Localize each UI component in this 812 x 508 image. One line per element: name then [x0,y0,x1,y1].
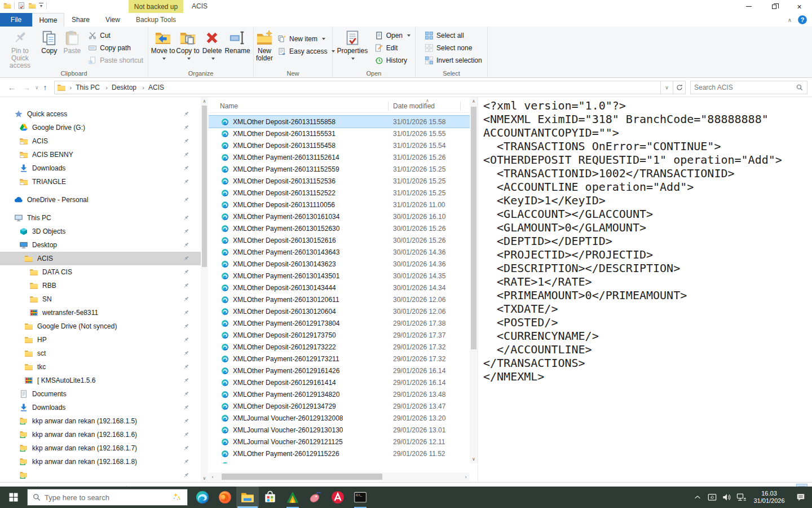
pin-to-quick-access-button[interactable]: Pin to Quick access [2,28,38,70]
taskbar-app[interactable] [304,487,326,508]
forward-button[interactable]: → [19,83,34,92]
sidebar-item[interactable]: Desktop [0,238,201,252]
file-row[interactable]: XMLOther Payment-260129134820 29/01/2026… [209,388,470,400]
copy-to-button[interactable]: Copy to [175,28,200,70]
taskbar-app[interactable] [349,487,372,508]
search-highlights-sparkles-icon[interactable] [171,492,183,503]
folder-icon[interactable] [3,2,11,10]
sidebar-item[interactable]: Quick access [0,107,201,121]
breadcrumb-segment[interactable]: This PC [76,84,100,91]
cut-button[interactable]: Cut [86,29,145,42]
scrollbar-thumb[interactable] [471,107,476,349]
sidebar-item[interactable]: Google Drive (G:) [0,121,201,134]
scroll-left-icon[interactable]: ‹ [209,472,217,481]
file-row[interactable]: XMLOther Deposit-260131110056 31/01/2026… [209,199,470,211]
up-button[interactable]: ↑ [40,83,51,92]
file-row[interactable]: XMLOther Payment-260130120611 30/01/2026… [209,294,470,305]
file-row[interactable]: XMLOther Deposit-260130152616 30/01/2026… [209,234,470,246]
taskbar-app[interactable] [259,487,281,508]
recent-locations-chevron-icon[interactable]: ∨ [34,85,40,90]
hidden-icons-chevron-icon[interactable] [690,487,705,508]
file-row[interactable]: XMLOther Payment-260129115226 29/01/2026… [209,448,470,459]
file-row[interactable]: XMLOther Deposit-260131155531 31/01/2026… [209,128,470,139]
file-row[interactable]: XMLOther Deposit-260131152522 31/01/2026… [209,187,470,199]
paste-button[interactable]: Paste [61,28,84,70]
file-row[interactable]: XMLOther Payment-260130143501 30/01/2026… [209,270,470,282]
search-icon[interactable] [796,84,804,91]
tab-backup-tools[interactable]: Backup Tools [129,13,183,27]
sidebar-item[interactable]: SN [0,292,201,306]
sidebar-item[interactable]: kkp anwar dan rekan (192.168.1.7) [0,441,201,455]
new-folder-button[interactable]: New folder [256,28,273,70]
file-row[interactable]: XMLOther Payment-260129173804 29/01/2026… [209,317,470,329]
sidebar-item[interactable]: ACIS BENNY [0,148,201,161]
scroll-right-icon[interactable]: › [462,472,470,481]
collapse-ribbon-chevron-icon[interactable]: ∧ [788,17,792,23]
sidebar-item[interactable]: ACIS [0,252,201,265]
taskbar-app[interactable] [214,487,236,508]
file-row[interactable]: XMLOther Payment-260130143643 30/01/2026… [209,246,470,258]
speaker-icon[interactable] [720,487,734,508]
minimize-button[interactable] [736,0,761,13]
file-row[interactable] [209,459,470,463]
network-icon[interactable] [734,487,749,508]
taskbar-app[interactable] [326,487,349,508]
file-row[interactable]: XMLOther Deposit-260131155458 31/01/2026… [209,139,470,151]
help-icon[interactable] [797,15,807,25]
cast-icon[interactable] [705,487,720,508]
sidebar-item[interactable]: tkc [0,360,201,374]
action-center-icon[interactable] [789,487,812,508]
copy-path-button[interactable]: Copy path [86,42,145,54]
refresh-button[interactable] [673,81,686,94]
paste-shortcut-button[interactable]: Paste shortcut [86,54,145,67]
file-row[interactable]: XMLOther Deposit-260130120604 30/01/2026… [209,305,470,317]
sidebar-scrollbar[interactable]: ∧ ∨ [201,97,208,482]
select-none-button[interactable]: Select none [422,42,484,54]
taskbar-search-input[interactable] [45,493,168,502]
file-row[interactable]: XMLOther Payment-260131152614 31/01/2026… [209,151,470,163]
sidebar-item[interactable]: DATA CIS [0,265,201,279]
sidebar-item[interactable]: sct [0,347,201,360]
file-row[interactable]: XMLOther Deposit-260130143623 30/01/2026… [209,258,470,270]
search-input[interactable] [694,84,796,91]
customize-qat-chevron-icon[interactable]: ▾ [39,3,43,8]
file-row[interactable]: XMLOther Deposit-260131155858 31/01/2026… [209,116,470,128]
scrollbar-thumb[interactable] [202,106,207,267]
delete-button[interactable]: Delete [200,28,224,70]
folder-icon[interactable] [28,2,36,10]
back-button[interactable]: ← [5,83,19,92]
select-all-button[interactable]: Select all [422,29,484,42]
sidebar-item[interactable]: kkp anwar dan rekan (192.168.1.8) [0,455,201,468]
clock[interactable]: 16.03 31/01/2026 [749,490,789,505]
breadcrumb[interactable]: ›This PC ›Desktop ›ACIS [54,81,661,94]
file-row[interactable]: XMLOther Deposit-260129173222 29/01/2026… [209,341,470,353]
properties-button[interactable]: Properties [335,28,370,70]
taskbar-app[interactable] [236,487,259,508]
sidebar-item[interactable]: Google Drive (Not synced) [0,319,201,333]
tab-home[interactable]: Home [32,13,64,27]
taskbar-app[interactable] [191,487,214,508]
new-item-button[interactable]: New item [275,33,337,45]
breadcrumb-segment[interactable]: Desktop [112,84,136,91]
file-row[interactable]: XMLOther Payment-260130152630 30/01/2026… [209,222,470,234]
rename-button[interactable]: Rename [224,28,251,70]
file-row[interactable]: XMLOther Deposit-260130143444 30/01/2026… [209,282,470,294]
scroll-up-icon[interactable]: ∧ [470,97,478,106]
tab-view[interactable]: View [97,13,129,27]
column-divider[interactable] [460,102,461,111]
sidebar-item[interactable]: ACIS [0,134,201,148]
copy-button[interactable]: Copy [38,28,61,70]
scroll-up-icon[interactable]: ∧ [201,97,208,105]
scroll-down-icon[interactable]: ∨ [470,455,478,463]
file-row[interactable]: XMLOther Payment-260130161034 30/01/2026… [209,211,470,222]
edit-button[interactable]: Edit [372,42,413,54]
file-row[interactable]: XMLOther Deposit-260129173750 29/01/2026… [209,329,470,341]
scrollbar-thumb[interactable] [222,474,382,480]
file-row[interactable]: XMLOther Deposit-260131152536 31/01/2026… [209,175,470,187]
properties-icon[interactable] [17,2,25,10]
sidebar-item[interactable]: [ KMSAutoLite1.5.6 [0,374,201,387]
open-button[interactable]: Open [372,29,413,42]
close-button[interactable]: × [787,0,812,13]
file-row[interactable]: XMLJournal Voucher-260129130130 29/01/20… [209,424,470,436]
sidebar-item[interactable]: 3D Objects [0,225,201,238]
